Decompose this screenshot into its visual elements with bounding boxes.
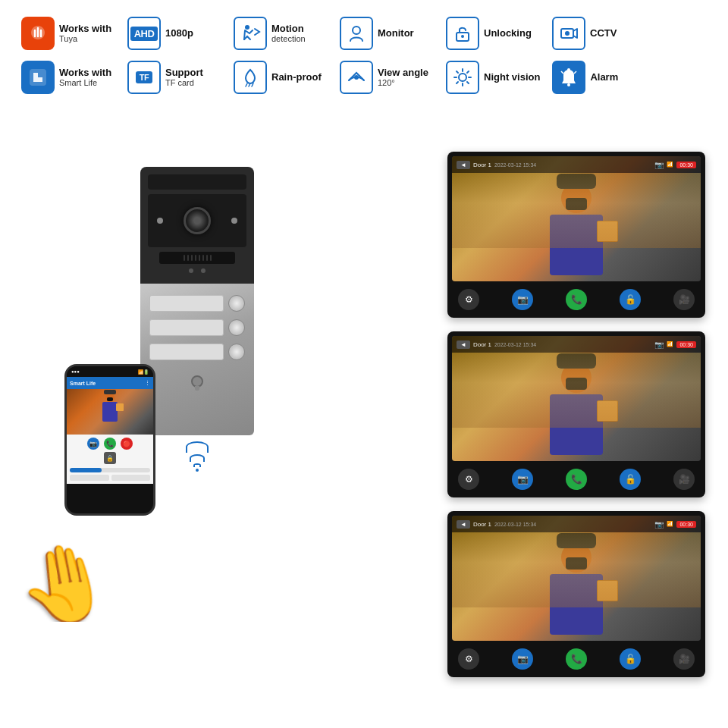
door-label-3: Door 1	[473, 521, 491, 528]
monitor-controls-1: ⚙ 📷 📞 🔓 🎥	[452, 284, 701, 310]
feature-cctv: CCTV	[546, 14, 652, 53]
phone-btn-lock[interactable]: 🔒	[104, 452, 116, 464]
phone-btn-call[interactable]: 📞	[104, 438, 116, 450]
rain-icon	[234, 61, 267, 94]
cctv-icon	[552, 17, 585, 50]
svg-point-1	[353, 27, 360, 34]
cctv-label: CCTV	[590, 27, 617, 39]
call-button-3[interactable]	[228, 344, 245, 360]
feature-ahd: AHD 1080p	[121, 14, 228, 53]
viewangle-label: View angle	[378, 67, 428, 78]
motion-label: Motion	[271, 23, 304, 34]
call-button-1[interactable]	[228, 295, 245, 312]
svg-point-7	[354, 75, 359, 80]
doorbell-camera-housing	[148, 194, 246, 247]
smartlife-label: Works with	[59, 67, 111, 78]
alarm-icon	[552, 61, 585, 94]
monitor-controls-3: ⚙ 📷 📞 🔓 🎥	[452, 644, 701, 670]
tuya-label: Works with	[59, 23, 111, 34]
features-row-1: Works with Tuya AHD 1080p Motion	[15, 14, 713, 53]
monitor-header-2: ◄ Door 1 2022-03-12 15:34 📷 📶 00:30	[452, 336, 701, 353]
monitor-header-3: ◄ Door 1 2022-03-12 15:34 📷 📶 00:30	[452, 516, 701, 532]
svg-point-17	[567, 83, 570, 86]
svg-point-0	[245, 25, 249, 30]
monitor-1: ◄ Door 1 2022-03-12 15:34 📷 📶 00:30	[447, 152, 705, 318]
led-left	[157, 218, 163, 224]
monitor-video-3	[452, 516, 701, 641]
date-1: 2022-03-12 15:34	[494, 162, 536, 168]
ctrl-record-1[interactable]: 🎥	[673, 289, 695, 310]
svg-line-20	[574, 71, 576, 74]
feature-motion: Motion detection	[228, 14, 334, 53]
ctrl-unlock-2[interactable]: 🔓	[620, 469, 641, 490]
nightvision-label: Night vision	[484, 71, 540, 83]
svg-point-5	[565, 31, 570, 36]
ahd-icon: AHD	[127, 17, 161, 50]
svg-line-19	[561, 71, 563, 74]
ctrl-settings-1[interactable]: ⚙	[458, 289, 479, 310]
nameplate-2	[149, 319, 224, 336]
phone-app-title: Smart Life	[70, 381, 96, 386]
monitor-icon	[340, 17, 373, 50]
feature-nightvision: Night vision	[440, 58, 546, 97]
ctrl-snapshot-2[interactable]: 📷	[512, 469, 533, 490]
viewangle-icon	[340, 61, 373, 94]
ctrl-call-2[interactable]: 📞	[566, 469, 587, 490]
phone-device: ●●● 📶🔋 Smart Life ⋮	[64, 364, 155, 516]
ctrl-snapshot-1[interactable]: 📷	[512, 289, 533, 310]
back-btn-1[interactable]: ◄	[457, 161, 470, 169]
nightvision-icon	[446, 61, 479, 94]
svg-line-14	[467, 82, 469, 83]
phone-btn-camera[interactable]: 📷	[87, 438, 99, 450]
rain-label: Rain-proof	[271, 71, 322, 83]
door-label-1: Door 1	[473, 162, 491, 168]
doorbell-top-shade	[148, 174, 246, 190]
back-btn-3[interactable]: ◄	[457, 520, 470, 529]
timer-2: 00:30	[676, 341, 696, 348]
phone-btn-end[interactable]: 🔴	[121, 438, 133, 450]
monitor-screen-3: ◄ Door 1 2022-03-12 15:34 📷 📶 00:30	[452, 516, 701, 641]
monitor-video-1	[452, 156, 701, 281]
svg-line-13	[457, 71, 458, 73]
camera-lens	[184, 207, 211, 234]
ctrl-settings-2[interactable]: ⚙	[458, 469, 479, 490]
monitor-header-1: ◄ Door 1 2022-03-12 15:34 📷 📶 00:30	[452, 156, 701, 173]
alarm-label: Alarm	[590, 71, 618, 83]
date-2: 2022-03-12 15:34	[494, 342, 536, 347]
timer-3: 00:30	[676, 521, 696, 528]
motion-icon	[234, 17, 267, 50]
ctrl-settings-3[interactable]: ⚙	[458, 648, 479, 670]
speaker-grille	[159, 252, 235, 264]
ctrl-unlock-1[interactable]: 🔓	[620, 289, 641, 310]
ahd-text: 1080p	[165, 27, 193, 39]
doorbell-indicators	[189, 268, 206, 273]
smartlife-logo	[21, 61, 55, 94]
feature-monitor: Monitor	[334, 14, 440, 53]
ctrl-call-3[interactable]: 📞	[566, 648, 587, 670]
ctrl-record-3[interactable]: 🎥	[673, 648, 695, 670]
unlock-label: Unlocking	[484, 27, 532, 39]
svg-point-3	[461, 35, 464, 38]
screenshot-icon-2: 📷	[654, 340, 664, 349]
phone-container: ●●● 📶🔋 Smart Life ⋮	[15, 364, 182, 622]
ctrl-record-2[interactable]: 🎥	[673, 469, 695, 490]
phone-status-bar: ●●● 📶🔋	[67, 366, 153, 377]
phone-app-controls: 📷 📞 🔴 🔒	[67, 435, 153, 484]
feature-viewangle: View angle 120°	[334, 58, 440, 97]
svg-line-16	[457, 82, 458, 83]
motion-sub: detection	[271, 34, 306, 44]
feature-alarm: Alarm	[546, 58, 652, 97]
ctrl-snapshot-3[interactable]: 📷	[512, 648, 533, 670]
feature-tuya: Works with Tuya	[15, 14, 121, 53]
phone-app-header: Smart Life ⋮	[67, 377, 153, 389]
call-button-2[interactable]	[228, 319, 245, 336]
call-row-1	[149, 295, 245, 312]
ctrl-unlock-3[interactable]: 🔓	[620, 648, 641, 670]
ctrl-call-1[interactable]: 📞	[566, 289, 587, 310]
door-label-2: Door 1	[473, 341, 491, 348]
timer-1: 00:30	[676, 162, 696, 168]
back-btn-2[interactable]: ◄	[457, 340, 470, 349]
feature-rain: Rain-proof	[228, 58, 334, 97]
monitor-controls-2: ⚙ 📷 📞 🔓 🎥	[452, 464, 701, 490]
features-section: Works with Tuya AHD 1080p Motion	[15, 14, 713, 97]
